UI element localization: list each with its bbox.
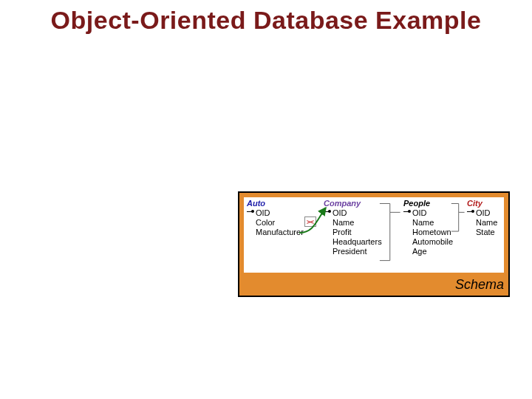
entity-auto-attr-color: Color — [247, 218, 300, 228]
entity-people-header: People — [403, 199, 457, 208]
entity-company-attr-name: Name — [324, 218, 381, 228]
broken-image-icon — [304, 216, 316, 227]
entity-city-attr-name-label: Name — [476, 218, 497, 227]
entity-people-attr-hometown: Hometown — [403, 228, 457, 237]
entity-auto: Auto OID Color Manufacturer — [247, 199, 300, 237]
entity-people: People OID Name Hometown Automobile Age — [403, 199, 457, 256]
entity-people-attr-name: Name — [403, 218, 457, 228]
entity-company-attr-hq-label: Headquarters — [332, 237, 382, 246]
entity-auto-attr-manufacturer: Manufacturer — [247, 228, 300, 237]
entity-people-attr-oid: OID — [403, 208, 457, 218]
entity-company-attr-president-label: President — [332, 247, 366, 256]
entity-people-attr-automobile-label: Automobile — [412, 237, 453, 246]
entity-people-attr-age: Age — [403, 247, 457, 256]
entity-auto-attr-oid: OID — [247, 208, 300, 218]
entity-city-header: City — [467, 199, 501, 208]
entity-people-attr-automobile: Automobile — [403, 237, 457, 247]
entity-company-attr-hq: Headquarters — [324, 237, 381, 247]
entity-people-attr-oid-label: OID — [412, 208, 427, 217]
entity-city-attr-name: Name — [467, 218, 501, 228]
entity-city-attr-oid-label: OID — [476, 208, 491, 217]
entity-city: City OID Name State — [467, 199, 501, 237]
entity-people-attr-name-label: Name — [412, 218, 434, 227]
entity-company-attr-oid-label: OID — [332, 208, 347, 217]
relation-company-people-top — [380, 203, 400, 212]
schema-container: Auto OID Color Manufacturer Company OID … — [238, 191, 510, 297]
schema-label: Schema — [239, 277, 508, 296]
page-title: Object-Oriented Database Example — [0, 6, 532, 35]
entity-people-attr-age-label: Age — [412, 247, 427, 256]
entity-company-header: Company — [324, 199, 381, 208]
entity-auto-attr-manufacturer-label: Manufacturer — [256, 228, 304, 236]
entity-people-attr-hometown-label: Hometown — [412, 228, 451, 236]
entity-company: Company OID Name Profit Headquarters Pre… — [324, 199, 381, 256]
entity-auto-attr-oid-label: OID — [256, 208, 270, 217]
entity-company-attr-president: President — [324, 247, 381, 256]
entity-city-attr-state: State — [467, 228, 501, 237]
entity-company-attr-profit-label: Profit — [332, 228, 352, 236]
entity-company-attr-profit: Profit — [324, 228, 381, 237]
entity-city-attr-state-label: State — [476, 228, 495, 236]
entity-company-attr-name-label: Name — [332, 218, 354, 227]
entity-company-attr-oid: OID — [324, 208, 381, 218]
entity-auto-header: Auto — [247, 199, 300, 208]
entity-city-attr-oid: OID — [467, 208, 501, 218]
entity-auto-attr-color-label: Color — [256, 218, 275, 227]
schema-diagram: Auto OID Color Manufacturer Company OID … — [244, 197, 504, 273]
